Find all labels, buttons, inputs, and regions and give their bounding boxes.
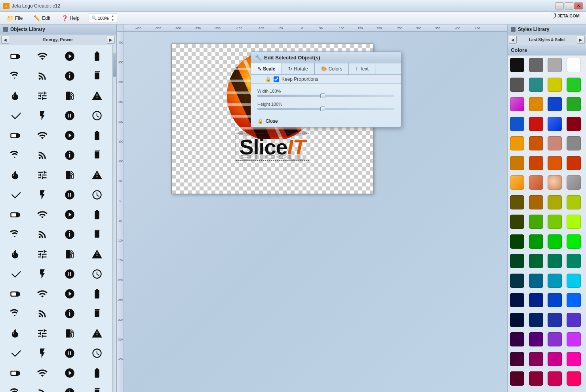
object-item-27[interactable] (84, 166, 110, 185)
object-item-43[interactable] (84, 245, 110, 264)
object-item-47[interactable] (84, 265, 110, 284)
color-swatch-0[interactable] (510, 58, 524, 72)
object-item-28[interactable] (2, 185, 28, 204)
color-swatch-61[interactable] (529, 352, 543, 366)
object-item-30[interactable] (57, 185, 83, 204)
object-item-59[interactable] (84, 324, 110, 343)
styles-prev-button[interactable]: ◀ (509, 36, 517, 44)
color-swatch-17[interactable] (529, 136, 543, 150)
object-item-7[interactable] (84, 67, 110, 86)
object-item-66[interactable] (57, 363, 83, 382)
tab-scale[interactable]: ⤡ Scale (251, 63, 282, 74)
color-swatch-37[interactable] (529, 234, 543, 249)
menu-help[interactable]: ❓ Help (56, 13, 85, 23)
color-swatch-4[interactable] (510, 78, 524, 92)
object-item-33[interactable] (29, 205, 55, 224)
color-swatch-65[interactable] (529, 371, 543, 386)
object-item-35[interactable] (84, 205, 110, 224)
object-item-1[interactable] (29, 47, 55, 66)
object-item-36[interactable] (2, 225, 28, 244)
color-swatch-32[interactable] (510, 215, 524, 229)
object-item-40[interactable] (2, 245, 28, 264)
object-item-23[interactable] (84, 146, 110, 165)
color-swatch-56[interactable] (510, 332, 524, 346)
color-swatch-21[interactable] (529, 156, 543, 170)
object-item-17[interactable] (29, 126, 55, 145)
object-item-6[interactable] (57, 67, 83, 86)
color-swatch-42[interactable] (548, 254, 562, 268)
object-item-61[interactable] (29, 344, 55, 363)
object-item-24[interactable] (2, 166, 28, 185)
close-button[interactable]: 🔒 Close (251, 115, 401, 127)
object-item-18[interactable] (57, 126, 83, 145)
object-item-16[interactable] (2, 126, 28, 145)
object-item-55[interactable] (84, 304, 110, 323)
minimize-button[interactable]: — (555, 2, 564, 10)
color-swatch-52[interactable] (510, 313, 524, 327)
object-item-49[interactable] (29, 284, 55, 303)
object-item-67[interactable] (84, 363, 110, 382)
object-item-12[interactable] (2, 106, 28, 125)
color-swatch-9[interactable] (529, 97, 543, 111)
objects-prev-button[interactable]: ◀ (1, 36, 9, 44)
color-swatch-67[interactable] (567, 371, 581, 386)
object-item-32[interactable] (2, 205, 28, 224)
object-item-34[interactable] (57, 205, 83, 224)
color-swatch-16[interactable] (510, 136, 524, 150)
color-swatch-45[interactable] (529, 274, 543, 288)
color-swatch-63[interactable] (567, 352, 581, 366)
object-item-38[interactable] (57, 225, 83, 244)
zoom-control[interactable]: 🔍 100% ▲ ▼ (89, 13, 117, 23)
color-swatch-23[interactable] (567, 156, 581, 170)
object-item-52[interactable] (2, 304, 28, 323)
object-item-22[interactable] (57, 146, 83, 165)
object-item-13[interactable] (29, 106, 55, 125)
object-item-41[interactable] (29, 245, 55, 264)
color-swatch-11[interactable] (567, 97, 581, 111)
color-swatch-14[interactable] (548, 117, 562, 131)
color-swatch-30[interactable] (548, 195, 562, 209)
object-item-48[interactable] (2, 284, 28, 303)
object-item-37[interactable] (29, 225, 55, 244)
object-item-2[interactable] (57, 47, 83, 66)
object-item-68[interactable] (2, 383, 28, 392)
tab-text[interactable]: T Text (349, 63, 375, 74)
color-swatch-35[interactable] (567, 215, 581, 229)
color-swatch-24[interactable] (510, 175, 524, 190)
object-item-39[interactable] (84, 225, 110, 244)
color-swatch-13[interactable] (529, 117, 543, 131)
object-item-19[interactable] (84, 126, 110, 145)
color-swatch-40[interactable] (510, 254, 524, 268)
color-swatch-27[interactable] (567, 175, 581, 190)
object-item-10[interactable] (57, 86, 83, 105)
color-swatch-58[interactable] (548, 332, 562, 346)
color-swatch-49[interactable] (529, 293, 543, 307)
styles-next-button[interactable]: ▶ (577, 36, 585, 44)
color-swatch-60[interactable] (510, 352, 524, 366)
color-swatch-29[interactable] (529, 195, 543, 209)
color-swatch-12[interactable] (510, 117, 524, 131)
color-swatch-28[interactable] (510, 195, 524, 209)
color-swatch-62[interactable] (548, 352, 562, 366)
zoom-down-arrow[interactable]: ▼ (111, 18, 114, 22)
color-swatch-46[interactable] (548, 274, 562, 288)
tab-colors[interactable]: 🎨 Colors (315, 63, 349, 74)
color-swatch-8[interactable] (510, 97, 524, 111)
object-item-21[interactable] (29, 146, 55, 165)
object-item-53[interactable] (29, 304, 55, 323)
color-swatch-39[interactable] (567, 234, 581, 249)
color-swatch-7[interactable] (567, 78, 581, 92)
object-item-25[interactable] (29, 166, 55, 185)
object-item-58[interactable] (57, 324, 83, 343)
object-item-0[interactable] (2, 47, 28, 66)
color-swatch-43[interactable] (567, 254, 581, 268)
object-item-14[interactable] (57, 106, 83, 125)
color-swatch-41[interactable] (529, 254, 543, 268)
object-item-50[interactable] (57, 284, 83, 303)
object-item-64[interactable] (2, 363, 28, 382)
object-item-44[interactable] (2, 265, 28, 284)
color-swatch-55[interactable] (567, 313, 581, 327)
zoom-up-arrow[interactable]: ▲ (111, 14, 114, 18)
color-swatch-54[interactable] (548, 313, 562, 327)
color-swatch-1[interactable] (529, 58, 543, 72)
